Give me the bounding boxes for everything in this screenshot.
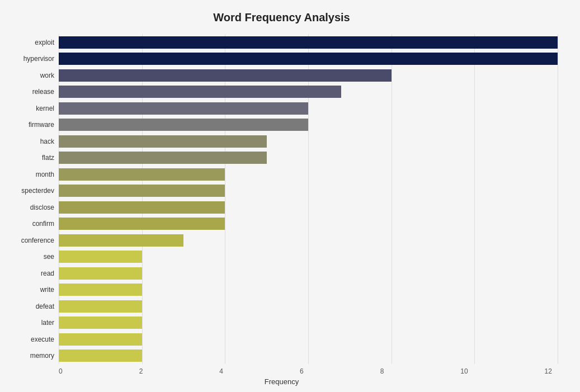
x-tick: 8: [380, 367, 384, 375]
y-label: write: [6, 282, 54, 297]
y-label: defeat: [6, 299, 54, 314]
y-label: conference: [6, 233, 54, 248]
y-label: exploit: [6, 35, 54, 50]
bar-row: [59, 35, 558, 50]
x-tick: 12: [545, 367, 552, 375]
bar-row: [59, 299, 558, 314]
y-label: release: [6, 84, 54, 100]
y-label: see: [6, 249, 54, 265]
bar-row: [59, 233, 558, 248]
x-tick: 10: [460, 367, 468, 375]
bar-row: [59, 266, 558, 281]
chart-container: Word Frequency Analysis exploithyperviso…: [0, 0, 580, 392]
bar: [59, 267, 142, 280]
y-label: work: [6, 68, 54, 83]
bar-row: [59, 84, 558, 100]
bar: [59, 350, 142, 362]
bar-row: [59, 200, 558, 215]
bar-row: [59, 216, 558, 232]
bar: [59, 218, 225, 230]
bar-row: [59, 51, 558, 67]
bar: [59, 86, 341, 98]
bar: [59, 135, 267, 148]
x-tick: 4: [219, 367, 223, 375]
bar-row: [59, 167, 558, 182]
y-label: hack: [6, 134, 54, 149]
grid-line: [558, 34, 558, 364]
bar-row: [59, 68, 558, 83]
y-label: firmware: [6, 117, 54, 133]
bar-row: [59, 332, 558, 347]
bar: [59, 36, 558, 49]
x-axis: 024681012: [59, 367, 558, 375]
y-label: hypervisor: [6, 51, 54, 67]
x-tick: 0: [59, 367, 63, 375]
y-labels: exploithypervisorworkreleasekernelfirmwa…: [6, 34, 59, 364]
bar-row: [59, 134, 558, 149]
bar: [59, 284, 142, 296]
bar: [59, 333, 142, 346]
bar: [59, 317, 142, 329]
y-label: month: [6, 167, 54, 182]
y-label: read: [6, 266, 54, 281]
bar: [59, 251, 142, 263]
x-axis-label: Frequency: [6, 377, 558, 386]
bar: [59, 234, 183, 247]
bar: [59, 102, 308, 115]
chart-area: exploithypervisorworkreleasekernelfirmwa…: [6, 34, 558, 364]
chart-title: Word Frequency Analysis: [6, 11, 558, 24]
bar-row: [59, 249, 558, 265]
bar: [59, 201, 225, 214]
bar: [59, 185, 225, 197]
bar: [59, 300, 142, 313]
bar-row: [59, 282, 558, 297]
bar-row: [59, 101, 558, 116]
x-tick: 6: [300, 367, 304, 375]
x-tick: 2: [139, 367, 143, 375]
y-label: disclose: [6, 200, 54, 215]
bar: [59, 119, 308, 131]
y-label: memory: [6, 348, 54, 363]
y-label: execute: [6, 332, 54, 347]
y-label: specterdev: [6, 183, 54, 199]
y-label: kernel: [6, 101, 54, 116]
y-label: confirm: [6, 216, 54, 232]
bar-row: [59, 315, 558, 330]
bar-row: [59, 183, 558, 199]
bar: [59, 53, 558, 65]
bar: [59, 69, 392, 82]
bar-row: [59, 348, 558, 363]
bar-row: [59, 150, 558, 166]
bars-area: [59, 34, 558, 364]
bar: [59, 152, 267, 164]
bar: [59, 168, 225, 181]
y-label: later: [6, 315, 54, 330]
y-label: flatz: [6, 150, 54, 166]
bar-row: [59, 117, 558, 133]
